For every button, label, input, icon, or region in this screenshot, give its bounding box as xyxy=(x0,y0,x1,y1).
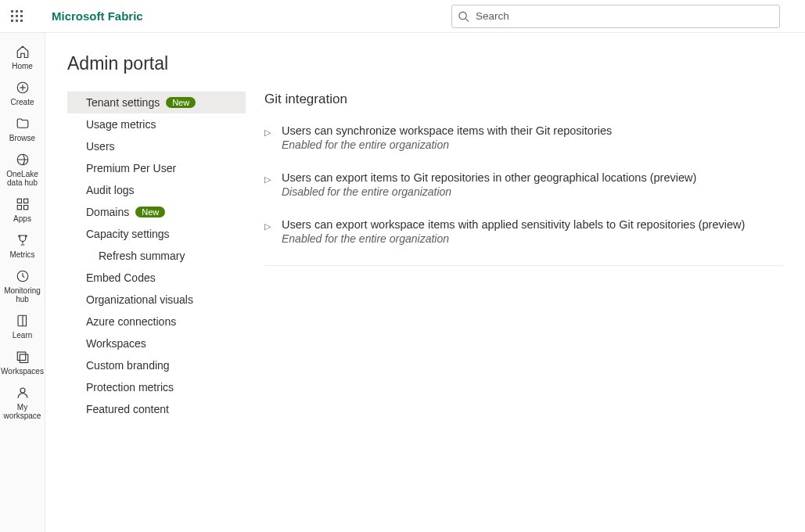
rail-apps[interactable]: Apps xyxy=(1,192,45,226)
sidebar-item-featured-content[interactable]: Featured content xyxy=(67,398,246,420)
svg-point-0 xyxy=(459,12,466,19)
new-badge: New xyxy=(166,97,196,108)
sidebar-item-organizational-visuals[interactable]: Organizational visuals xyxy=(67,289,246,311)
search-icon xyxy=(458,10,469,22)
admin-side-nav: Tenant settings New Usage metrics Users … xyxy=(67,92,246,420)
svg-rect-8 xyxy=(17,206,21,210)
main-content: Admin portal Tenant settings New Usage m… xyxy=(45,33,805,532)
monitoring-icon xyxy=(16,268,30,284)
setting-row[interactable]: ▷ Users can synchronize workspace items … xyxy=(264,124,783,151)
rail-learn[interactable]: Learn xyxy=(1,308,45,343)
chevron-right-icon: ▷ xyxy=(264,171,274,198)
rail-create[interactable]: Create xyxy=(1,75,45,110)
sidebar-item-label: Tenant settings xyxy=(86,96,160,109)
svg-rect-9 xyxy=(23,206,27,210)
svg-rect-7 xyxy=(23,199,27,203)
sidebar-item-azure-connections[interactable]: Azure connections xyxy=(67,311,246,332)
setting-status: Enabled for the entire organization xyxy=(282,138,783,151)
settings-panel: Git integration ▷ Users can synchronize … xyxy=(264,92,783,420)
sidebar-item-usage-metrics[interactable]: Usage metrics xyxy=(67,113,246,135)
setting-title: Users can export workspace items with ap… xyxy=(282,218,783,231)
brand-title[interactable]: Microsoft Fabric xyxy=(52,9,143,23)
sidebar-item-label: Workspaces xyxy=(86,337,146,350)
new-badge: New xyxy=(135,207,165,217)
chevron-right-icon: ▷ xyxy=(264,124,274,151)
setting-title: Users can export items to Git repositori… xyxy=(282,171,783,184)
setting-status: Disabled for the entire organization xyxy=(282,185,783,198)
sidebar-item-label: Capacity settings xyxy=(86,228,170,240)
svg-rect-6 xyxy=(17,199,21,203)
chevron-right-icon: ▷ xyxy=(264,218,274,245)
sidebar-item-label: Usage metrics xyxy=(86,118,156,131)
sidebar-item-embed-codes[interactable]: Embed Codes xyxy=(67,267,246,289)
sidebar-item-domains[interactable]: Domains New xyxy=(67,201,246,223)
plus-circle-icon xyxy=(16,80,30,95)
setting-row[interactable]: ▷ Users can export items to Git reposito… xyxy=(264,171,783,198)
workspaces-icon xyxy=(16,349,30,365)
setting-row[interactable]: ▷ Users can export workspace items with … xyxy=(264,218,783,245)
page-title: Admin portal xyxy=(67,53,783,74)
sidebar-item-workspaces[interactable]: Workspaces xyxy=(67,332,246,354)
divider xyxy=(264,265,783,266)
rail-metrics[interactable]: Metrics xyxy=(1,228,45,262)
home-icon xyxy=(16,44,30,59)
book-icon xyxy=(16,313,30,329)
sidebar-item-label: Protection metrics xyxy=(86,381,174,394)
search-input[interactable] xyxy=(451,5,780,28)
svg-rect-11 xyxy=(17,352,26,361)
sidebar-item-label: Custom branding xyxy=(86,359,170,372)
section-title: Git integration xyxy=(264,92,783,107)
sidebar-item-custom-branding[interactable]: Custom branding xyxy=(67,354,246,376)
rail-browse[interactable]: Browse xyxy=(1,111,45,146)
sidebar-item-label: Organizational visuals xyxy=(86,293,193,306)
sidebar-item-tenant-settings[interactable]: Tenant settings New xyxy=(67,92,246,113)
sidebar-item-capacity-settings[interactable]: Capacity settings xyxy=(67,223,246,245)
apps-icon xyxy=(16,196,30,212)
sidebar-item-refresh-summary[interactable]: Refresh summary xyxy=(67,245,246,267)
trophy-icon xyxy=(16,232,30,248)
sidebar-item-label: Azure connections xyxy=(86,315,176,328)
svg-point-13 xyxy=(20,388,25,393)
sidebar-item-label: Audit logs xyxy=(86,184,134,196)
person-icon xyxy=(16,385,30,401)
setting-status: Enabled for the entire organization xyxy=(282,232,783,245)
app-launcher-icon[interactable] xyxy=(9,9,25,24)
left-rail: Home Create Browse OneLake data hub Apps xyxy=(0,33,45,532)
sidebar-item-label: Users xyxy=(86,140,115,153)
sidebar-item-audit-logs[interactable]: Audit logs xyxy=(67,179,246,201)
sidebar-item-premium-per-user[interactable]: Premium Per User xyxy=(67,157,246,179)
top-bar: Microsoft Fabric xyxy=(0,0,805,33)
rail-monitoring[interactable]: Monitoring hub xyxy=(1,264,45,307)
folder-icon xyxy=(16,116,30,131)
sidebar-item-label: Refresh summary xyxy=(99,250,185,262)
setting-title: Users can synchronize workspace items wi… xyxy=(282,124,783,137)
rail-onelake[interactable]: OneLake data hub xyxy=(1,147,45,190)
rail-my-workspace[interactable]: My workspace xyxy=(1,380,45,423)
svg-rect-12 xyxy=(20,354,28,363)
sidebar-item-label: Embed Codes xyxy=(86,271,156,284)
search-container xyxy=(451,5,780,28)
sidebar-item-users[interactable]: Users xyxy=(67,135,246,157)
rail-workspaces[interactable]: Workspaces xyxy=(1,344,45,379)
sidebar-item-protection-metrics[interactable]: Protection metrics xyxy=(67,376,246,398)
sidebar-item-label: Premium Per User xyxy=(86,162,176,174)
sidebar-item-label: Domains xyxy=(86,206,129,218)
rail-home[interactable]: Home xyxy=(1,39,45,74)
onelake-icon xyxy=(16,152,30,167)
sidebar-item-label: Featured content xyxy=(86,403,169,415)
svg-line-1 xyxy=(465,18,469,21)
